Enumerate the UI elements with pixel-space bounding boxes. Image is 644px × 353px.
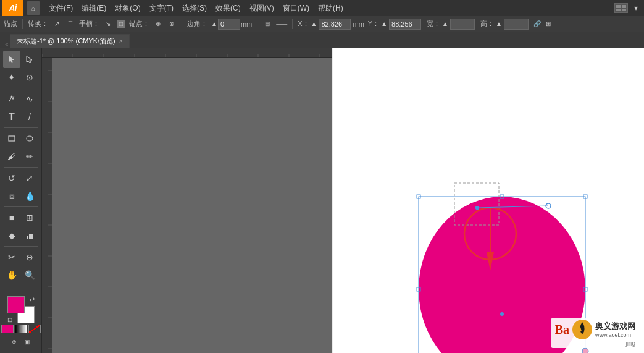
convert-icon-2[interactable]: ⌒	[65, 19, 75, 29]
rectangle-tool[interactable]	[3, 130, 20, 147]
transform-tools-row: ↺ ⤢	[3, 169, 38, 187]
magic-wand-tool[interactable]: ✦	[3, 69, 20, 86]
w-coord-group: 宽： ▲	[427, 19, 477, 30]
selection-tool[interactable]	[3, 51, 20, 68]
svg-point-0	[11, 96, 13, 98]
menu-edit[interactable]: 编辑(E)	[78, 2, 110, 15]
link-icon[interactable]: 🔗	[532, 19, 542, 29]
handle-bottom-right-corner[interactable]	[582, 348, 588, 353]
stroke-options-icon[interactable]: ⊟	[262, 19, 272, 29]
lasso-tool[interactable]: ⊙	[21, 69, 38, 86]
gradient-mode-box[interactable]	[15, 325, 27, 333]
divider-4	[4, 206, 38, 207]
handle-icon-1[interactable]: ↘	[103, 19, 113, 29]
align-icon[interactable]: ⊞	[546, 20, 551, 27]
corner-label: 边角：	[187, 19, 207, 28]
menu-help[interactable]: 帮助(H)	[314, 2, 347, 15]
h-coord-group: 高： ▲	[480, 19, 529, 30]
type-tool[interactable]: T	[3, 108, 20, 125]
menu-object[interactable]: 对象(O)	[111, 2, 144, 15]
watermark-text: Ba	[555, 323, 569, 337]
none-mode-box[interactable]	[28, 325, 41, 333]
workspace-switcher[interactable]	[614, 3, 628, 13]
slice-tool[interactable]: ✂	[3, 249, 20, 266]
handle-icon-2[interactable]: □	[117, 20, 125, 28]
menu-effect[interactable]: 效果(C)	[212, 2, 245, 15]
anchor2-icon-1[interactable]: ⊕	[153, 19, 163, 29]
nav-tools-row: ✋ 🔍	[3, 266, 38, 284]
document-tab[interactable]: 未标题-1* @ 100% (CMYK/预览) ×	[10, 34, 130, 48]
scale-tool[interactable]: ⤢	[21, 169, 38, 187]
handle-label: 手柄：	[79, 19, 99, 28]
h-label: 高：	[480, 19, 494, 28]
menu-window[interactable]: 窗口(W)	[279, 2, 313, 15]
h-up-icon[interactable]: ▲	[496, 20, 502, 27]
menu-type[interactable]: 文字(T)	[146, 2, 177, 15]
swap-colors-icon[interactable]: ⇄	[30, 296, 35, 303]
home-icon[interactable]: ⌂	[27, 1, 40, 15]
corner-unit: mm	[241, 20, 252, 28]
h-value-input[interactable]	[504, 19, 529, 30]
curvature-tool[interactable]: ∿	[21, 90, 38, 108]
anchor2-icon-2[interactable]: ⊗	[167, 19, 177, 29]
menu-select[interactable]: 选择(S)	[178, 2, 211, 15]
screen-mode-btn[interactable]: ▣	[22, 336, 34, 348]
brush-tools-row: 🖌 ✏	[3, 148, 38, 165]
panel-collapse-btn[interactable]: «	[5, 41, 10, 48]
y-up-icon[interactable]: ▲	[381, 20, 387, 27]
color-section: ⇄ ⊡ ⊚ ▣	[1, 296, 41, 351]
pencil-tool[interactable]: ✏	[21, 148, 38, 165]
ellipse-center-point[interactable]	[500, 312, 504, 316]
svg-point-2	[27, 136, 33, 141]
x-value-input[interactable]	[319, 19, 351, 30]
w-value-input[interactable]	[450, 19, 475, 30]
canvas-area[interactable]: Ba 奥义游戏网 www.aoel.com jing	[42, 48, 644, 353]
zoom-tool[interactable]: 🔍	[21, 266, 38, 284]
menu-view[interactable]: 视图(V)	[246, 2, 278, 15]
gradient-tool[interactable]: ■	[3, 209, 20, 226]
tab-title: 未标题-1* @ 100% (CMYK/预览)	[17, 36, 115, 46]
corner-value-input[interactable]	[218, 19, 240, 30]
watermark: Ba 奥义游戏网 www.aoel.com jing	[551, 318, 639, 348]
reset-colors-icon[interactable]: ⊡	[7, 317, 12, 323]
selection-tools-row	[3, 51, 38, 68]
workspace-dropdown[interactable]: ▾	[630, 2, 642, 14]
line-segment-tool[interactable]: /	[21, 108, 38, 125]
control-handle-left[interactable]	[475, 206, 479, 210]
pen-tool[interactable]	[3, 90, 20, 108]
x-up-icon[interactable]: ▲	[311, 20, 317, 27]
shape-builder-tool[interactable]: ◆	[3, 227, 20, 244]
x-label: X：	[298, 19, 309, 28]
ellipse-tool[interactable]	[21, 130, 38, 147]
fill-mode-box[interactable]	[1, 325, 14, 333]
toolbar-sep-4	[292, 19, 293, 29]
eyedropper-tool[interactable]: 💧	[21, 187, 38, 205]
hand-tool[interactable]: ✋	[3, 266, 20, 284]
direct-selection-tool[interactable]	[21, 51, 38, 68]
paintbrush-tool[interactable]: 🖌	[3, 148, 20, 165]
eraser-tool[interactable]: ⊖	[21, 249, 38, 266]
corner-up-icon[interactable]: ▲	[211, 20, 217, 27]
menu-file[interactable]: 文件(F)	[45, 2, 77, 15]
toolbar-sep-2	[182, 19, 182, 29]
foreground-color-box[interactable]	[7, 296, 25, 313]
top-menu-bar: Ai ⌂ 文件(F) 编辑(E) 对象(O) 文字(T) 选择(S) 效果(C)…	[0, 0, 644, 16]
y-value-input[interactable]	[389, 19, 421, 30]
pen-tools-row: ∿	[3, 90, 38, 108]
bar-chart-tool[interactable]	[21, 227, 38, 244]
rotate-tool[interactable]: ↺	[3, 169, 20, 187]
tab-bar: « 未标题-1* @ 100% (CMYK/预览) ×	[0, 32, 644, 48]
convert-icon-1[interactable]: ↗	[52, 19, 62, 29]
tab-close-btn[interactable]: ×	[119, 38, 123, 45]
gradient-tools-row: ■ ⊞	[3, 209, 38, 226]
w-up-icon[interactable]: ▲	[442, 20, 448, 27]
svg-rect-1	[9, 136, 15, 141]
dash-line-icon[interactable]: ——	[276, 21, 287, 27]
app-logo: Ai	[2, 0, 23, 16]
x-coord-group: X： ▲ mm	[298, 19, 364, 30]
chart-tools-row: ◆	[3, 227, 38, 244]
mesh-tool[interactable]: ⊞	[21, 209, 38, 226]
draw-mode-btn[interactable]: ⊚	[8, 336, 20, 348]
blend-tool[interactable]: ⧈	[3, 187, 20, 205]
second-toolbar: 锚点 转换： ↗ ⌒ 手柄： ↘ □ 锚点： ⊕ ⊗ 边角： ▲ mm ⊟ ——…	[0, 16, 644, 32]
